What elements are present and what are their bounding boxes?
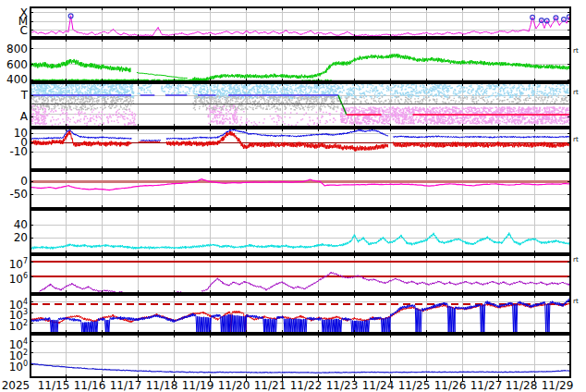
panel-border <box>31 39 570 81</box>
panel-xray <box>31 14 571 36</box>
panel-dens <box>31 233 570 250</box>
status-transition-line <box>338 95 347 115</box>
panel-border <box>31 129 570 169</box>
plasma-density <box>31 233 570 250</box>
xray-flux <box>31 16 570 36</box>
solar-wind-speed-b <box>137 72 188 79</box>
panel-speed <box>31 54 570 81</box>
proton-flux <box>40 272 570 293</box>
chart-canvas <box>0 0 586 392</box>
space-weather-multipanel-chart: XMC800600400TA100-100-504020107106104103… <box>0 0 586 392</box>
panel-prot <box>40 272 570 293</box>
imf-bt <box>31 129 570 141</box>
solar-wind-speed-c <box>192 54 570 81</box>
panel-temp <box>31 83 571 104</box>
data-series <box>31 14 571 373</box>
imf-bz-quiet <box>139 141 160 142</box>
panel-border <box>31 335 570 377</box>
panel-elec <box>31 298 570 332</box>
panel-bz <box>31 129 570 152</box>
solar-wind-speed-a <box>31 59 130 72</box>
alpha-scatter-gray <box>31 104 338 110</box>
imf-bz <box>31 131 570 152</box>
